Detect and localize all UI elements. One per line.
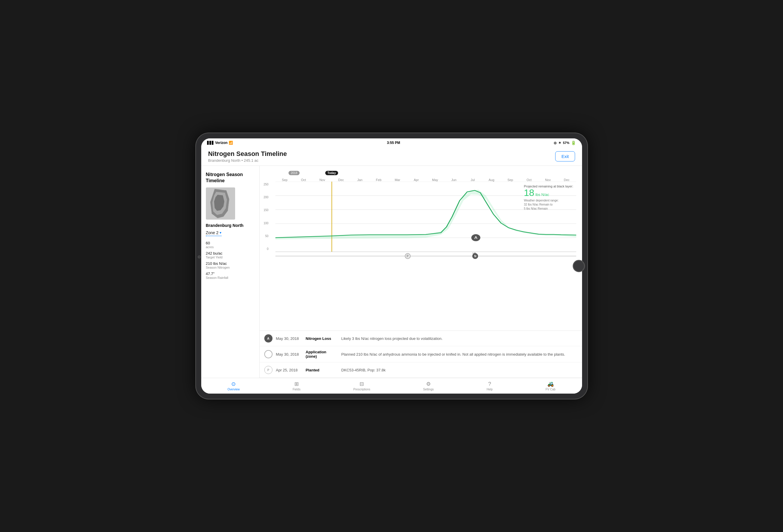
month-label: Dec — [332, 178, 350, 182]
sidebar: Nitrogen Season Timeline Brandenburg Nor… — [201, 166, 260, 378]
stat-item: 47.7"Season Rainfall — [206, 272, 255, 279]
battery-icon: 🔋 — [571, 140, 576, 145]
page-subtitle: Brandenburg North • 245.1 ac — [208, 158, 287, 163]
event-type: Nitrogen Loss — [306, 336, 338, 341]
month-label: Jul — [463, 178, 482, 182]
nav-item-fields[interactable]: ⊞ Fields — [290, 380, 304, 392]
device-screen: ▋▋▋ Verizon 📶 3:55 PM ◎ ✶ 57% 🔋 Nitrogen… — [201, 138, 582, 394]
bluetooth-icon: ✶ — [558, 141, 561, 145]
camera-dot — [198, 255, 201, 258]
month-label: Sep — [501, 178, 520, 182]
device-frame: ▋▋▋ Verizon 📶 3:55 PM ◎ ✶ 57% 🔋 Nitrogen… — [196, 133, 587, 399]
y-axis-labels: 250200150100500 — [264, 182, 270, 252]
stat-item: 210 lbs N/acSeason Nitrogen — [206, 261, 255, 269]
month-label: Feb — [369, 178, 388, 182]
event-icon-square: P — [264, 366, 273, 374]
nav-label-settings: Settings — [423, 388, 434, 391]
header-text: Nitrogen Season Timeline Brandenburg Nor… — [208, 150, 287, 163]
y-axis-label: 50 — [264, 234, 270, 238]
event-row: A May 30, 2018 Nitrogen Loss Likely 3 lb… — [260, 331, 582, 346]
page-header: Nitrogen Season Timeline Brandenburg Nor… — [201, 147, 582, 166]
event-type: Application (zone) — [306, 350, 338, 358]
y-axis-label: 150 — [264, 209, 270, 212]
nav-item-help[interactable]: ? Help — [483, 380, 496, 392]
zone-selector[interactable]: Zone 2 ▾ — [206, 230, 222, 236]
month-label: Nov — [313, 178, 332, 182]
timeline-header: SepOctNovDecJanFebMarAprMayJunJulAugSepO… — [275, 169, 576, 182]
stat-label: acres — [206, 245, 255, 249]
stat-label: Season Nitrogen — [206, 266, 255, 269]
timeline-line — [275, 256, 576, 256]
nav-icon-overview: ⊙ — [231, 381, 236, 387]
stat-label: Target Yield — [206, 255, 255, 259]
status-left: ▋▋▋ Verizon 📶 — [207, 141, 233, 145]
event-description: DKC53-45RIB, Pop: 37.8k — [341, 368, 386, 372]
event-icon-outline — [264, 350, 273, 358]
month-label: Mar — [388, 178, 407, 182]
home-button[interactable] — [573, 260, 585, 272]
stat-item: 242 bu/acTarget Yield — [206, 251, 255, 259]
annotation-unit: lbs N/ac — [535, 192, 549, 197]
event-description: Likely 3 lbs N/ac nitrogen loss projecte… — [341, 336, 443, 341]
nav-icon-fields: ⊞ — [294, 381, 299, 387]
annotation-value: 18 — [524, 188, 534, 197]
time-display: 3:55 PM — [387, 141, 400, 145]
nav-icon-help: ? — [488, 381, 491, 387]
month-label: Dec — [557, 178, 576, 182]
nav-label-help: Help — [487, 388, 493, 391]
battery-label: 57% — [563, 141, 569, 145]
nav-item-overview[interactable]: ⊙ Overview — [225, 380, 243, 392]
stat-value: 210 lbs N/ac — [206, 261, 255, 266]
status-bar: ▋▋▋ Verizon 📶 3:55 PM ◎ ✶ 57% 🔋 — [201, 138, 582, 147]
month-labels-row: SepOctNovDecJanFebMarAprMayJunJulAugSepO… — [275, 178, 576, 182]
nav-item-settings[interactable]: ⚙ Settings — [420, 380, 437, 392]
stat-label: Season Rainfall — [206, 276, 255, 279]
events-list: A May 30, 2018 Nitrogen Loss Likely 3 lb… — [260, 331, 582, 378]
event-date: Apr 25, 2018 — [276, 368, 302, 372]
location-icon: ◎ — [554, 141, 557, 145]
month-label: Jan — [350, 178, 369, 182]
month-label: Jun — [444, 178, 463, 182]
nav-item-fvcab[interactable]: 🚜 FV Cab — [543, 380, 558, 392]
nav-icon-prescriptions: ⊟ — [359, 381, 364, 387]
month-label: Oct — [520, 178, 538, 182]
chart-container: SepOctNovDecJanFebMarAprMayJunJulAugSepO… — [260, 166, 582, 331]
exit-button[interactable]: Exit — [555, 151, 575, 161]
y-axis-label: 200 — [264, 196, 270, 199]
signal-bars-icon: ▋▋▋ — [207, 141, 214, 145]
event-description: Planned 210 lbs N/ac of anhydrous ammoni… — [341, 352, 565, 356]
nav-icon-settings: ⚙ — [426, 381, 431, 387]
main-content: Nitrogen Season Timeline Brandenburg Nor… — [201, 166, 582, 378]
annotation-range: Weather dependent range: 32 lbs N/ac Rem… — [524, 198, 573, 211]
month-label: Aug — [482, 178, 501, 182]
nav-label-overview: Overview — [227, 388, 240, 391]
svg-text:A: A — [474, 236, 477, 240]
month-label: Nov — [538, 178, 557, 182]
stat-value: 60 — [206, 241, 255, 245]
event-type: Planted — [306, 368, 338, 372]
nav-item-prescriptions[interactable]: ⊟ Prescriptions — [350, 380, 373, 392]
annotation-box: Projected remaining at black layer: 18 l… — [524, 185, 573, 211]
chart-area: SepOctNovDecJanFebMarAprMayJunJulAugSepO… — [260, 166, 582, 378]
y-axis-label: 250 — [264, 183, 270, 186]
month-label: Sep — [275, 178, 294, 182]
n-stage-marker: N — [472, 253, 478, 259]
y-axis-label: 100 — [264, 222, 270, 225]
p-stage-marker: P — [405, 253, 411, 259]
chart-wrapper: 250200150100500 — [275, 182, 576, 252]
status-right: ◎ ✶ 57% 🔋 — [554, 140, 576, 145]
nav-label-fields: Fields — [293, 388, 301, 391]
y-axis-label: 0 — [264, 247, 270, 251]
event-row: May 30, 2018 Application (zone) Planned … — [260, 346, 582, 362]
event-icon-filled: A — [264, 334, 273, 343]
stat-value: 242 bu/ac — [206, 251, 255, 255]
stat-item: 60acres — [206, 241, 255, 249]
event-date: May 30, 2018 — [276, 336, 302, 341]
event-row: P Apr 25, 2018 Planted DKC53-45RIB, Pop:… — [260, 362, 582, 378]
field-name: Brandenburg North — [206, 223, 255, 228]
sidebar-stats: 60acres242 bu/acTarget Yield210 lbs N/ac… — [206, 241, 255, 279]
stat-value: 47.7" — [206, 272, 255, 276]
nav-icon-fvcab: 🚜 — [547, 381, 554, 387]
nav-label-prescriptions: Prescriptions — [353, 388, 370, 391]
today-badge: Today — [325, 171, 338, 175]
